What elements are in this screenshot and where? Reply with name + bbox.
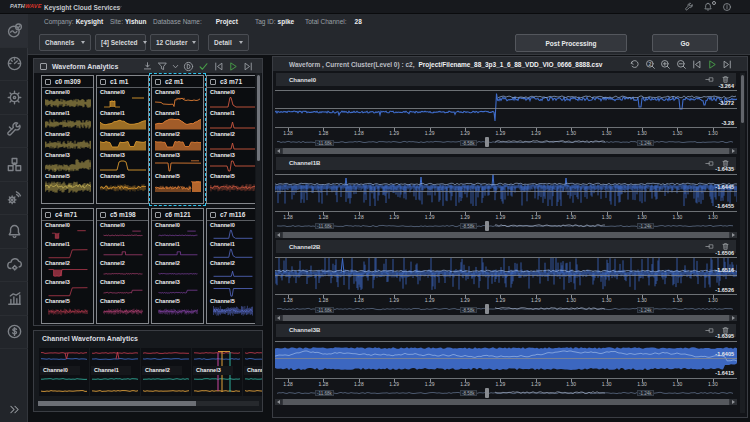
scrollbar-thumb[interactable] [741,75,744,123]
strip-header[interactable]: Channel3B [276,324,736,337]
bell-icon[interactable] [703,2,713,12]
channel-thumbnail[interactable]: Channel0 [97,88,148,109]
channel-thumbnail[interactable]: Channel3 [207,151,255,172]
skip-end-icon[interactable] [722,59,733,70]
channel-overview-thumb-1[interactable]: Channel1 [90,348,140,396]
channel-thumbnail[interactable]: Channel2 [97,259,148,278]
strip-header[interactable]: Channel1B [276,157,736,170]
channel-thumbnail[interactable]: Channel1 [152,240,203,259]
channel-thumbnail[interactable]: Channel5 [152,297,203,316]
channel-thumbnail[interactable]: Channel1 [207,109,255,130]
channel-thumbnail[interactable]: Channel1 [97,240,148,259]
cluster-checkbox[interactable] [45,79,51,85]
scrollbar-thumb[interactable] [38,401,196,406]
filter-icon[interactable] [157,61,168,72]
overview-strip[interactable]: -11.68k-8.58k-1.24k [275,221,737,231]
cluster-checkbox[interactable] [210,79,216,85]
channel-thumbnail[interactable]: Channel3 [152,151,203,172]
zoom-in-icon[interactable] [660,59,671,70]
vertical-scrollbar[interactable] [256,73,261,324]
channel-thumbnail[interactable]: Channel0 [152,88,203,109]
check-icon[interactable] [198,61,209,72]
horizontal-scrollbar[interactable] [275,315,737,321]
cluster-checkbox[interactable] [155,212,161,218]
strip-header[interactable]: Channel0 [276,73,736,86]
channel-thumbnail[interactable]: Channel3 [42,151,93,172]
waveform-analytics-checkbox[interactable] [40,63,47,70]
channel-thumbnail[interactable]: Channel5 [97,172,148,193]
scrollbar-thumb[interactable] [283,399,729,405]
sidebar-item-7[interactable] [0,249,28,283]
sidebar-item-3[interactable] [0,115,28,149]
channel-thumbnail[interactable]: Channel1 [42,240,93,259]
channel-thumbnail[interactable]: Channel0 [97,221,148,240]
cluster-column-c6[interactable]: c6 m121 Channel0 Channel1 Channel2 Chann… [151,208,204,324]
channel-thumbnail[interactable]: Channel5 [42,172,93,193]
channel-thumbnail[interactable]: Channel0 [207,88,255,109]
horizontal-scrollbar[interactable] [38,401,259,406]
overview-drag-handle[interactable] [485,388,489,398]
channels-dropdown[interactable]: Channels [39,34,91,51]
overview-drag-handle[interactable] [485,304,489,314]
overview-drag-handle[interactable] [485,221,489,231]
channel-thumbnail[interactable]: Channel5 [42,297,93,316]
waveform-plot[interactable]: -1.6506-1.6516-1.6526 [275,253,737,295]
pin-icon[interactable] [705,75,714,84]
scrollbar-thumb[interactable] [283,232,729,238]
scroll-right-arrow[interactable] [730,315,737,321]
undo-icon[interactable] [629,59,640,70]
chevron-down-icon[interactable] [117,5,123,9]
scroll-right-arrow[interactable] [730,399,737,405]
waveform-plot[interactable]: -1.6435-1.6445-1.6455 [275,170,737,212]
channel-thumbnail[interactable]: Channel5 [207,172,255,193]
channel-thumbnail[interactable]: Channel5 [152,172,203,193]
channel-thumbnail[interactable]: Channel3 [42,278,93,297]
horizontal-scrollbar[interactable] [275,399,737,405]
cluster-column-c2[interactable]: c2 m1 Channel0 Channel1 Channel2 Channel… [151,75,204,204]
horizontal-scrollbar[interactable] [275,148,737,154]
channel-thumbnail[interactable]: Channel3 [97,151,148,172]
channel-thumbnail[interactable]: Channel0 [152,221,203,240]
pin-icon[interactable] [705,159,714,168]
play-icon[interactable] [707,59,718,70]
sidebar-item-0[interactable] [0,14,28,48]
channel-overview-thumb-0[interactable]: Channel0 [39,348,89,396]
vertical-scrollbar[interactable] [740,73,745,413]
channel-thumbnail[interactable]: Channel2 [42,130,93,151]
pin-icon[interactable] [705,326,714,335]
scroll-left-arrow[interactable] [275,399,282,405]
cluster-checkbox[interactable] [155,79,161,85]
chevron-down-icon[interactable] [172,63,179,70]
waveform-plot[interactable]: -3.264-3.272-3.28 [275,86,737,128]
channel-thumbnail[interactable]: Channel2 [207,130,255,151]
cluster-checkbox[interactable] [210,212,216,218]
detail-dropdown[interactable]: Detail [208,34,249,51]
channel-thumbnail[interactable]: Channel5 [97,297,148,316]
sidebar-item-1[interactable] [0,48,28,82]
sidebar-item-8[interactable] [0,282,28,316]
overview-strip[interactable]: -11.68k-8.58k-1.24k [275,137,737,147]
channel-overview-thumb-3[interactable]: Channel3 [192,348,242,396]
sidebar-item-2[interactable] [0,81,28,115]
skip-start-icon[interactable] [213,61,224,72]
sidebar-item-5[interactable] [0,182,28,216]
channel-thumbnail[interactable]: Channel2 [152,130,203,151]
overview-strip[interactable]: -11.68k-8.58k-1.24k [275,304,737,314]
cluster-column-c1[interactable]: c1 m1 Channel0 Channel1 Channel2 Channel… [96,75,149,204]
horizontal-scrollbar[interactable] [275,232,737,238]
channel-overview-thumb-2[interactable]: Channel2 [141,348,191,396]
cluster-column-c3[interactable]: c3 m71 Channel0 Channel1 Channel2 Channe… [206,75,255,204]
channel-thumbnail[interactable]: Channel3 [207,278,255,297]
app-title[interactable]: Keysight Cloud Services [44,4,120,11]
zoom-out-icon[interactable] [676,59,687,70]
scroll-right-arrow[interactable] [730,148,737,154]
selected-dropdown[interactable]: [4] Selected [95,34,146,51]
cluster-checkbox[interactable] [45,212,51,218]
channel-thumbnail[interactable]: Channel1 [207,240,255,259]
scrollbar-thumb[interactable] [283,148,729,154]
channel-thumbnail[interactable]: Channel0 [207,221,255,240]
info-icon[interactable] [722,2,732,12]
play-icon[interactable] [228,61,239,72]
wrench-icon[interactable] [684,2,694,12]
scrollbar-thumb[interactable] [283,315,729,321]
